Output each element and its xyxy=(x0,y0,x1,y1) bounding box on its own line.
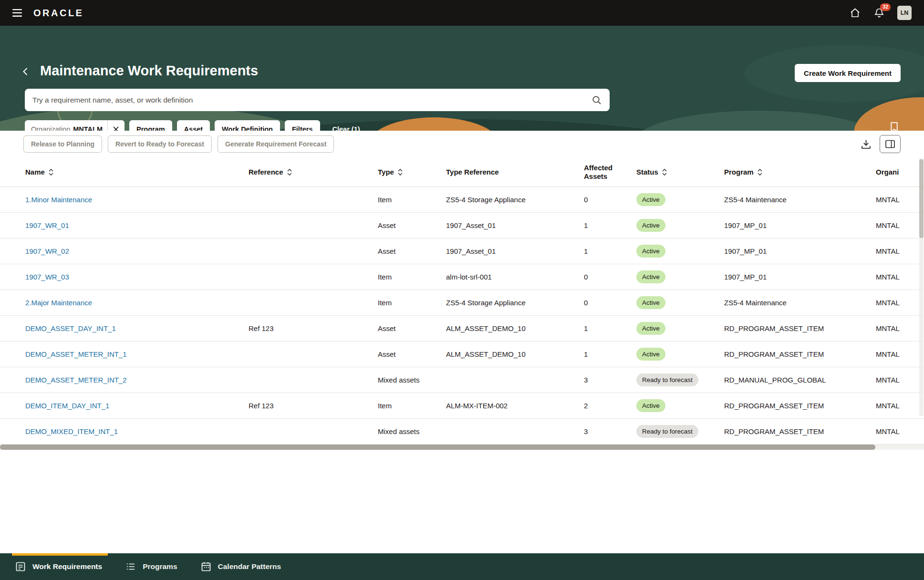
hamburger-menu-icon[interactable] xyxy=(12,9,22,17)
affected-assets-cell: 1 xyxy=(584,238,636,264)
home-icon[interactable] xyxy=(849,7,861,19)
status-cell: Active xyxy=(636,238,724,264)
search-input[interactable] xyxy=(32,96,592,104)
nav-item-programs[interactable]: Programs xyxy=(125,553,177,580)
table-row[interactable]: DEMO_ASSET_DAY_INT_1Ref 123AssetALM_ASSE… xyxy=(0,316,924,342)
horizontal-scrollbar-thumb[interactable] xyxy=(0,445,875,450)
table-row[interactable]: DEMO_ASSET_METER_INT_2Mixed assets3Ready… xyxy=(0,367,924,393)
reference-cell: Ref 123 xyxy=(249,393,378,418)
program-cell: RD_PROGRAM_ASSET_ITEM xyxy=(724,393,876,418)
status-cell: Active xyxy=(636,264,724,290)
manage-columns-icon[interactable] xyxy=(880,135,901,153)
organization-filter-chip[interactable]: Organization MNTALM xyxy=(25,120,125,131)
work-requirement-link[interactable]: 1907_WR_03 xyxy=(25,273,69,281)
program-cell: RD_PROGRAM_ASSET_ITEM xyxy=(724,419,876,444)
column-header-type[interactable]: Type xyxy=(378,157,446,186)
column-label: Name xyxy=(25,168,45,176)
table-row[interactable]: DEMO_ITEM_DAY_INT_1Ref 123ItemALM-MX-ITE… xyxy=(0,393,924,419)
affected-assets-cell: 0 xyxy=(584,264,636,290)
organization-cell: MNTAL xyxy=(876,367,924,393)
column-label: Organi xyxy=(876,168,899,176)
nav-item-work-requirements[interactable]: Work Requirements xyxy=(15,553,102,580)
column-header-organi: Organi xyxy=(876,157,924,186)
column-header-program[interactable]: Program xyxy=(724,157,876,186)
status-cell: Active xyxy=(636,290,724,315)
table-row[interactable]: DEMO_ASSET_METER_INT_1AssetALM_ASSET_DEM… xyxy=(0,342,924,367)
calendar-patterns-icon xyxy=(200,561,212,572)
nav-label: Work Requirements xyxy=(32,562,102,571)
table-row[interactable]: 1907_WR_03Itemalm-lot-srl-0010Active1907… xyxy=(0,264,924,290)
work-requirement-link[interactable]: DEMO_ITEM_DAY_INT_1 xyxy=(25,402,109,410)
programs-icon xyxy=(125,561,136,572)
organization-cell: MNTAL xyxy=(876,419,924,444)
filter-button-work-definition[interactable]: Work Definition xyxy=(215,120,280,131)
table-row[interactable]: 1907_WR_02Asset1907_Asset_011Active1907_… xyxy=(0,238,924,264)
type-reference-cell xyxy=(446,367,584,393)
user-avatar[interactable]: LN xyxy=(897,6,912,20)
notifications-bell-icon[interactable]: 32 xyxy=(873,7,885,19)
affected-assets-cell: 3 xyxy=(584,419,636,444)
program-cell: ZS5-4 Maintenance xyxy=(724,187,876,212)
sort-icon[interactable] xyxy=(48,168,54,176)
type-reference-cell: 1907_Asset_01 xyxy=(446,238,584,264)
work-requirement-link[interactable]: DEMO_MIXED_ITEM_INT_1 xyxy=(25,427,118,435)
work-requirement-link[interactable]: 1907_WR_01 xyxy=(25,221,69,229)
create-work-requirement-button[interactable]: Create Work Requirement xyxy=(795,64,901,82)
program-cell: 1907_MP_01 xyxy=(724,264,876,290)
release-to-planning-button[interactable]: Release to Planning xyxy=(23,135,102,153)
sort-icon[interactable] xyxy=(397,168,403,176)
table-row[interactable]: DEMO_MIXED_ITEM_INT_1Mixed assets3Ready … xyxy=(0,419,924,445)
work-requirement-link[interactable]: DEMO_ASSET_DAY_INT_1 xyxy=(25,324,116,332)
work-requirement-link[interactable]: DEMO_ASSET_METER_INT_2 xyxy=(25,376,127,384)
program-cell: RD_PROGRAM_ASSET_ITEM xyxy=(724,316,876,341)
type-cell: Item xyxy=(378,264,446,290)
name-cell: 1907_WR_01 xyxy=(0,213,249,238)
vertical-scrollbar-thumb[interactable] xyxy=(919,159,924,238)
reference-cell xyxy=(249,419,378,444)
search-icon[interactable] xyxy=(592,95,602,105)
sort-icon[interactable] xyxy=(287,168,292,176)
table-row[interactable]: 2.Major MaintenanceItemZS5-4 Storage App… xyxy=(0,290,924,316)
filters-button[interactable]: Filters xyxy=(285,120,320,131)
filter-button-program[interactable]: Program xyxy=(129,120,172,131)
filter-button-asset[interactable]: Asset xyxy=(177,120,210,131)
table-body: 1.Minor MaintenanceItemZS5-4 Storage App… xyxy=(0,187,924,445)
column-header-affected-assets: Affected Assets xyxy=(584,157,636,186)
program-cell: 1907_MP_01 xyxy=(724,238,876,264)
column-header-reference[interactable]: Reference xyxy=(249,157,378,186)
work-requirement-link[interactable]: DEMO_ASSET_METER_INT_1 xyxy=(25,350,127,358)
sort-icon[interactable] xyxy=(757,168,763,176)
column-header-name[interactable]: Name xyxy=(0,157,249,186)
column-label: Program xyxy=(724,168,754,176)
top-bar: ORACLE 32 LN xyxy=(0,0,924,26)
nav-item-calendar-patterns[interactable]: Calendar Patterns xyxy=(200,553,281,580)
work-requirements-icon xyxy=(15,561,26,572)
work-requirement-link[interactable]: 2.Major Maintenance xyxy=(25,299,92,307)
search-bar[interactable] xyxy=(25,89,610,111)
generate-requirement-forecast-button[interactable]: Generate Requirement Forecast xyxy=(218,135,334,153)
table-row[interactable]: 1.Minor MaintenanceItemZS5-4 Storage App… xyxy=(0,187,924,213)
nav-label: Programs xyxy=(143,562,177,571)
affected-assets-cell: 3 xyxy=(584,367,636,393)
download-icon[interactable] xyxy=(860,138,872,150)
back-arrow-icon[interactable] xyxy=(20,66,31,77)
remove-filter-icon[interactable] xyxy=(107,120,125,131)
status-cell: Ready to forecast xyxy=(636,419,724,444)
work-requirements-table: NameReferenceTypeType ReferenceAffected … xyxy=(0,157,924,445)
bookmark-icon[interactable] xyxy=(889,121,899,131)
status-badge: Active xyxy=(636,193,665,206)
program-cell: RD_MANUAL_PROG_GLOBAL xyxy=(724,367,876,393)
horizontal-scrollbar[interactable] xyxy=(0,445,924,450)
active-tab-indicator xyxy=(12,553,108,556)
work-requirement-link[interactable]: 1907_WR_02 xyxy=(25,247,69,255)
work-requirement-link[interactable]: 1.Minor Maintenance xyxy=(25,196,92,204)
revert-to-ready-to-forecast-button[interactable]: Revert to Ready to Forecast xyxy=(108,135,212,153)
type-reference-cell: ALM_ASSET_DEMO_10 xyxy=(446,342,584,367)
vertical-scrollbar[interactable] xyxy=(919,158,924,416)
table-row[interactable]: 1907_WR_01Asset1907_Asset_011Active1907_… xyxy=(0,213,924,238)
clear-filters-link[interactable]: Clear (1) xyxy=(332,125,360,131)
affected-assets-cell: 1 xyxy=(584,316,636,341)
column-header-status[interactable]: Status xyxy=(636,157,724,186)
chip-value: MNTALM xyxy=(73,125,103,131)
sort-icon[interactable] xyxy=(662,168,667,176)
